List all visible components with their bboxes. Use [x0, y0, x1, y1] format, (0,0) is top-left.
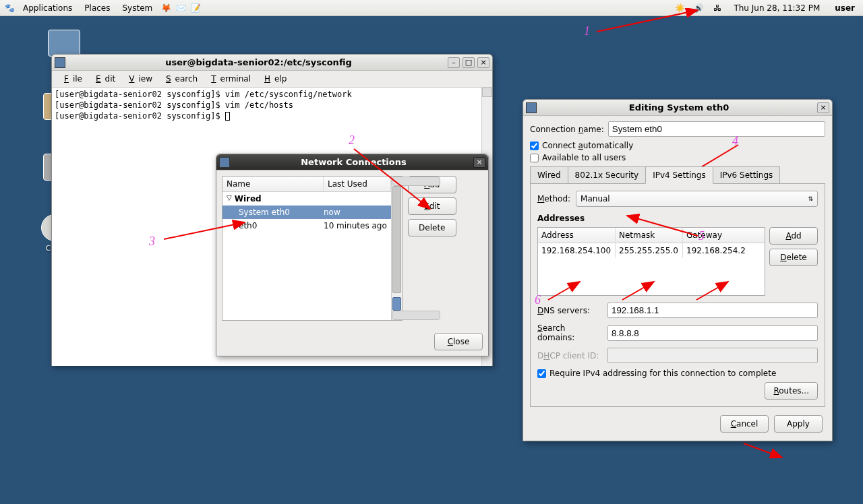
terminal-line: [user@bigdata-senior02 sysconfig]$ vim /…: [55, 89, 489, 100]
tab-wired[interactable]: Wired: [530, 166, 568, 183]
ed-title: Editing System eth0: [541, 102, 817, 113]
dns-label: DNS servers:: [537, 306, 603, 315]
address-add-button[interactable]: Add: [769, 227, 818, 245]
close-button[interactable]: Close: [434, 333, 483, 350]
mail-icon[interactable]: ✉️: [174, 2, 187, 14]
network-icon[interactable]: 🖧: [711, 2, 724, 14]
ed-titlebar[interactable]: Editing System eth0 ×: [523, 100, 832, 116]
note-icon[interactable]: 📝: [189, 2, 202, 14]
routes-button[interactable]: Routes...: [765, 382, 818, 400]
menu-help[interactable]: Help: [256, 73, 291, 85]
network-icon: [526, 102, 537, 113]
firefox-icon[interactable]: 🦊: [159, 2, 173, 14]
tabs: Wired 802.1x Security IPv4 Settings IPv6…: [530, 166, 825, 183]
dhcp-client-id-label: DHCP client ID:: [537, 351, 603, 360]
places-menu[interactable]: Places: [79, 1, 115, 15]
volume-icon[interactable]: 🔊: [692, 2, 705, 14]
addresses-heading: Addresses: [537, 214, 818, 223]
search-domains-input[interactable]: [607, 325, 818, 341]
annotation-2: 2: [349, 133, 355, 148]
connection-name-label: Connection name:: [530, 125, 604, 134]
annotation-3: 3: [149, 234, 155, 249]
cursor: [225, 112, 230, 121]
terminal-menubar: File Edit View Search Terminal Help: [52, 71, 492, 88]
nc-title: Network Connections: [234, 157, 473, 167]
terminal-titlebar[interactable]: user@bigdata-senior02:/etc/sysconfig – □…: [52, 55, 492, 71]
annotation-1: 1: [584, 24, 590, 38]
dhcp-client-id-input: [607, 348, 818, 363]
applications-menu[interactable]: Applications: [18, 1, 78, 15]
search-domains-label: Search domains:: [537, 323, 603, 342]
col-gateway[interactable]: Gateway: [683, 228, 765, 243]
arrow-apply: [742, 441, 789, 462]
annotation-5: 5: [698, 229, 705, 243]
method-label: Method:: [537, 194, 570, 203]
tab-ipv4[interactable]: IPv4 Settings: [645, 166, 713, 184]
tab-ipv6[interactable]: IPv6 Settings: [713, 166, 781, 183]
nc-titlebar[interactable]: Network Connections ×: [216, 154, 488, 170]
close-button[interactable]: ×: [817, 102, 829, 113]
menu-view[interactable]: View: [121, 73, 156, 85]
method-combo[interactable]: Manual ⇅: [576, 191, 818, 207]
dns-input[interactable]: [607, 303, 818, 318]
gnome-menu-icon[interactable]: 🐾: [3, 2, 16, 14]
col-name[interactable]: Name: [222, 177, 324, 191]
delete-button[interactable]: Delete: [408, 219, 456, 237]
apply-button[interactable]: Apply: [774, 415, 823, 433]
edit-connection-dialog: Editing System eth0 × Connection name: C…: [523, 99, 833, 441]
terminal-icon: [55, 57, 65, 68]
address-delete-button[interactable]: Delete: [769, 249, 818, 266]
terminal-title: user@bigdata-senior02:/etc/sysconfig: [69, 57, 448, 67]
connection-name-input[interactable]: [608, 121, 825, 137]
list-row-system-eth0[interactable]: System eth0 now: [222, 206, 391, 219]
terminal-line: [user@bigdata-senior02 sysconfig]$: [55, 111, 489, 121]
top-panel: 🐾 Applications Places System 🦊 ✉️ 📝 ☀️ 🔊…: [0, 0, 863, 16]
menu-file[interactable]: File: [56, 73, 86, 85]
close-button[interactable]: ×: [477, 57, 489, 68]
col-address[interactable]: Address: [538, 228, 616, 243]
user-menu[interactable]: user: [829, 3, 860, 13]
connect-auto-checkbox[interactable]: Connect automatically: [530, 141, 825, 150]
col-lastused[interactable]: Last Used: [324, 177, 391, 191]
cancel-button[interactable]: Cancel: [720, 415, 769, 433]
close-button[interactable]: ×: [473, 157, 485, 168]
list-row-eth0[interactable]: eth0 10 minutes ago: [222, 219, 391, 232]
list-scrollbar[interactable]: [391, 177, 402, 320]
tab-8021x[interactable]: 802.1x Security: [568, 166, 647, 183]
menu-search[interactable]: Search: [158, 73, 202, 85]
terminal-line: [user@bigdata-senior02 sysconfig]$ vim /…: [55, 100, 489, 111]
address-row[interactable]: 192.168.254.100 255.255.255.0 192.168.25…: [538, 243, 765, 258]
system-menu[interactable]: System: [117, 1, 158, 15]
available-all-checkbox[interactable]: Available to all users: [530, 153, 825, 162]
network-connections-window: Network Connections × Name Last Used Wir…: [216, 154, 489, 356]
ipv4-panel: Method: Manual ⇅ Addresses Address Netma…: [530, 183, 825, 407]
require-ipv4-checkbox[interactable]: Require IPv4 addressing for this connect…: [537, 369, 818, 378]
update-icon[interactable]: ☀️: [673, 2, 686, 14]
svg-line-9: [744, 443, 782, 458]
group-wired[interactable]: Wired: [222, 192, 391, 206]
monitor-icon: [48, 30, 80, 57]
chevron-updown-icon: ⇅: [808, 195, 813, 202]
menu-edit[interactable]: Edit: [88, 73, 119, 85]
network-icon: [219, 157, 230, 168]
address-table[interactable]: Address Netmask Gateway 192.168.254.100 …: [537, 227, 765, 296]
col-netmask[interactable]: Netmask: [616, 228, 683, 243]
menu-terminal[interactable]: Terminal: [203, 73, 255, 85]
minimize-button[interactable]: –: [448, 57, 460, 68]
connection-list: Name Last Used Wired System eth0 now eth…: [222, 176, 403, 321]
maximize-button[interactable]: □: [463, 57, 475, 68]
clock[interactable]: Thu Jun 28, 11:32 PM: [730, 3, 824, 13]
annotation-6: 6: [535, 293, 541, 307]
annotation-4: 4: [732, 134, 738, 148]
list-header: Name Last Used: [222, 177, 391, 192]
edit-button[interactable]: Edit: [408, 197, 456, 215]
